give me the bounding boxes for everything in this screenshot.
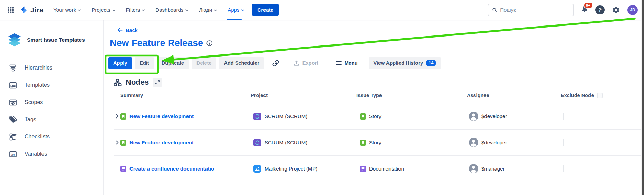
table-header-row: Summary Project Issue Type Assignee Excl… [114,88,641,103]
menu-button[interactable]: Menu [331,57,363,69]
exclude-all-checkbox[interactable] [597,93,603,98]
assignee-label: $developer [481,140,507,145]
person-avatar-icon [469,164,478,173]
story-icon [120,113,126,120]
nav-item-label: Your work [53,7,76,13]
nav-item-dashboards[interactable]: Dashboards [155,0,189,20]
assignee-cell: $developer [467,138,561,147]
global-search [488,4,574,16]
user-avatar[interactable]: JD [627,5,638,15]
table-row: New Feature development SCRUM (SCRUM) St… [114,103,641,130]
main-content: Back New Feature Release Apply Edit Dupl… [104,20,641,195]
summary-link[interactable]: New Feature development [129,113,194,119]
nav-item-your-work[interactable]: Your work [53,0,81,20]
delete-button[interactable]: Delete [192,57,217,69]
expand-nodes-button[interactable] [153,78,162,87]
sidebar-item-templates[interactable]: Templates [0,76,103,94]
exclude-cell [561,166,641,172]
templates-icon [8,81,18,90]
jira-logo-icon [19,6,28,14]
summary-cell: Create a confluence documentatio [120,166,251,172]
col-header-issue-type: Issue Type [356,93,467,98]
documentation-icon [120,166,126,172]
scrollbar-thumb[interactable] [642,0,644,195]
chevron-down-icon [112,9,116,12]
chevron-down-icon [241,9,244,12]
sidebar-item-tags[interactable]: Tags [0,111,103,128]
back-label: Back [126,28,138,33]
export-icon [293,60,300,66]
marketing-project-avatar [253,165,261,173]
primary-nav: Your work Projects Filters Dashboards Лю… [53,0,244,20]
search-icon [492,7,497,13]
nav-item-apps[interactable]: Apps [228,0,244,20]
project-cell: Marketing Project (MP) [251,165,356,173]
story-icon [120,140,126,146]
sidebar-item-variables[interactable]: (x) Variables [0,145,103,163]
col-header-summary: Summary [120,93,251,98]
issue-type-label: Story [369,113,381,119]
sidebar-item-label: Hierarchies [25,65,52,71]
apply-button[interactable]: Apply [108,57,132,69]
exclude-cell [561,113,641,120]
notifications-button[interactable]: 9+ [580,5,589,15]
copy-link-button[interactable] [269,57,283,69]
grid-icon [7,7,14,13]
jira-brand-label: Jira [30,6,44,14]
nodes-table: Summary Project Issue Type Assignee Excl… [114,88,641,182]
duplicate-button[interactable]: Duplicate [157,57,189,69]
hamburger-icon [336,60,342,66]
settings-button[interactable] [611,4,621,16]
row-expander[interactable] [114,114,120,119]
menu-label: Menu [345,60,358,66]
page-title: New Feature Release [110,38,203,49]
nav-item-projects[interactable]: Projects [92,0,115,20]
vertical-scrollbar[interactable] [641,0,644,195]
jira-brand[interactable]: Jira [19,6,44,14]
exclude-checkbox[interactable] [563,165,564,172]
edit-button[interactable]: Edit [135,57,154,69]
navbar-right: 9+ ? JD [488,4,638,16]
search-input[interactable] [500,7,569,13]
add-scheduler-button[interactable]: Add Scheduler [219,57,264,69]
nav-item-people[interactable]: Люди [199,0,217,20]
sidebar-item-checklists[interactable]: Checklists [0,128,103,145]
sidebar-item-label: Checklists [25,134,50,140]
sidebar-app-title: Smart Issue Templates [27,37,85,43]
project-cell: SCRUM (SCRUM) [251,139,356,146]
view-applied-history-button[interactable]: View Applied History 14 [369,57,441,69]
exclude-checkbox[interactable] [563,139,564,146]
summary-link[interactable]: New Feature development [129,140,194,145]
jira-page: Jira Your work Projects Filters Dashboar… [0,0,644,195]
sidebar-item-label: Scopes [25,99,43,105]
help-button[interactable]: ? [595,5,605,14]
app-switcher-button[interactable] [5,4,17,16]
export-button[interactable]: Export [288,57,323,69]
chevron-down-icon [78,9,81,12]
nav-item-label: Apps [228,7,239,13]
sidebar-item-scopes[interactable]: Scopes [0,94,103,111]
col-header-assignee: Assignee [467,93,561,98]
exclude-checkbox[interactable] [563,113,564,120]
issue-type-cell: Story [356,113,467,120]
nav-item-filters[interactable]: Filters [126,0,145,20]
sidebar-menu: Hierarchies Templates [0,59,103,163]
table-row: Create a confluence documentatio Marketi… [114,156,641,182]
documentation-icon [360,166,366,172]
assignee-label: $developer [481,113,507,119]
chevron-down-icon [142,9,145,12]
project-label: Marketing Project (MP) [265,166,317,172]
info-icon[interactable] [206,40,212,46]
create-button[interactable]: Create [252,4,279,16]
nav-item-label: Projects [92,7,110,13]
summary-link[interactable]: Create a confluence documentatio [129,166,214,172]
sidebar-item-label: Tags [25,116,36,123]
avatar-initials: JD [630,8,635,12]
summary-cell: New Feature development [120,113,251,120]
sidebar-item-label: Variables [25,151,47,157]
back-link[interactable]: Back [117,27,138,33]
issue-type-cell: Story [356,140,467,146]
row-expander[interactable] [114,140,120,145]
sidebar-item-hierarchies[interactable]: Hierarchies [0,59,103,76]
person-avatar-icon [469,112,478,121]
